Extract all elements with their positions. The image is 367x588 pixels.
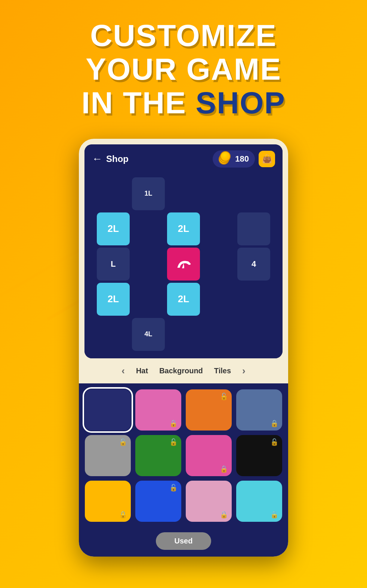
header-shop-word: SHOP [196, 86, 286, 120]
header-line3: IN THE SHOP [0, 86, 367, 120]
tile-r1c2: 1L [132, 177, 165, 210]
coin-stack-icon [219, 153, 232, 165]
tile-r1c5 [237, 177, 270, 210]
tile-r2c4 [202, 212, 235, 245]
tile-r3c5: 4 [237, 248, 270, 281]
game-screen: ← Shop 180 👜 [84, 144, 283, 358]
nav-item-tiles[interactable]: Tiles [214, 367, 231, 375]
swatch-lightpink[interactable]: 🔒 [186, 481, 232, 522]
tile-r2c1: 2L [97, 212, 130, 245]
tile-r5c3 [167, 318, 200, 351]
tile-r4c3: 2L [167, 283, 200, 316]
swatch-green[interactable]: 🔓 [135, 435, 181, 476]
swatch-blue[interactable]: 🔓 [135, 481, 181, 522]
lock-icon-yellow: 🔒 [119, 511, 127, 519]
tile-r4c2 [132, 283, 165, 316]
tile-r4c5 [237, 283, 270, 316]
swatch-hotpink[interactable]: 🔒 [186, 435, 232, 476]
used-button[interactable]: Used [156, 532, 212, 550]
coin-3 [220, 151, 231, 162]
header-section: CUSTOMIZE YOUR GAME IN THE SHOP [0, 0, 367, 131]
tile-r5c5 [237, 318, 270, 351]
svg-point-0 [187, 261, 189, 263]
lock-icon-hotpink: 🔒 [220, 465, 228, 473]
tile-r5c2: 4L [132, 318, 165, 351]
board-area: 1L 2L 2L L [84, 174, 283, 358]
swatch-cyan[interactable]: 🔒 [236, 481, 282, 522]
lock-icon-lightpink: 🔒 [220, 511, 228, 519]
tile-r5c4 [202, 318, 235, 351]
color-grid: 🔒 🔓 🔒 🔓 🔓 🔒 🔓 🔒 [79, 383, 288, 528]
unlock-icon-blue: 🔓 [169, 484, 178, 492]
tile-r1c4 [202, 177, 235, 210]
wallet-button[interactable]: 👜 [259, 151, 275, 167]
lock-icon-pink: 🔒 [169, 419, 178, 428]
back-button[interactable]: ← [92, 153, 102, 165]
nav-next-arrow[interactable]: › [242, 365, 246, 377]
tile-center [167, 248, 200, 281]
swatch-steelblue[interactable]: 🔒 [236, 389, 282, 431]
unlock-icon-green: 🔓 [169, 438, 178, 446]
tile-r2c2 [132, 212, 165, 245]
shop-title: Shop [106, 154, 213, 164]
swatch-gray[interactable]: 🔓 [85, 435, 131, 476]
bird-svg [174, 255, 193, 272]
header-line1: CUSTOMIZE [0, 19, 367, 52]
tile-r1c1 [97, 177, 130, 210]
phone: ← Shop 180 👜 [79, 139, 288, 557]
nav-prev-arrow[interactable]: ‹ [121, 365, 125, 377]
unlock-icon-black: 🔓 [270, 438, 278, 446]
swatch-yellow[interactable]: 🔒 [85, 481, 131, 522]
top-bar: ← Shop 180 👜 [84, 144, 283, 174]
wallet-icon: 👜 [262, 154, 272, 164]
nav-item-background[interactable]: Background [159, 367, 203, 375]
tile-r5c1 [97, 318, 130, 351]
unlock-icon-gray: 🔓 [119, 438, 127, 446]
lock-icon-steelblue: 🔒 [270, 419, 278, 428]
nav-item-hat[interactable]: Hat [136, 367, 148, 375]
swatch-darkblue[interactable] [85, 389, 131, 431]
unlock-icon-orange: 🔓 [220, 392, 228, 401]
swatch-black[interactable]: 🔓 [236, 435, 282, 476]
tile-r4c1: 2L [97, 283, 130, 316]
coins-value: 180 [235, 154, 249, 164]
tile-r2c5 [237, 212, 270, 245]
used-btn-area: Used [79, 528, 288, 557]
tile-r4c4 [202, 283, 235, 316]
phone-wrapper: ← Shop 180 👜 [0, 131, 367, 557]
header-line2: YOUR GAME [0, 52, 367, 86]
swatch-orange[interactable]: 🔓 [186, 389, 232, 431]
tile-r3c4 [202, 248, 235, 281]
tile-r3c2 [132, 248, 165, 281]
tile-r1c3 [167, 177, 200, 210]
shop-nav: ‹ Hat Background Tiles › [79, 358, 288, 383]
tile-r3c1: L [97, 248, 130, 281]
tile-r2c3: 2L [167, 212, 200, 245]
coins-badge: 180 [213, 150, 255, 168]
board-grid: 1L 2L 2L L [97, 177, 270, 351]
swatch-pink[interactable]: 🔒 [135, 389, 181, 431]
lock-icon-cyan: 🔒 [270, 511, 278, 519]
